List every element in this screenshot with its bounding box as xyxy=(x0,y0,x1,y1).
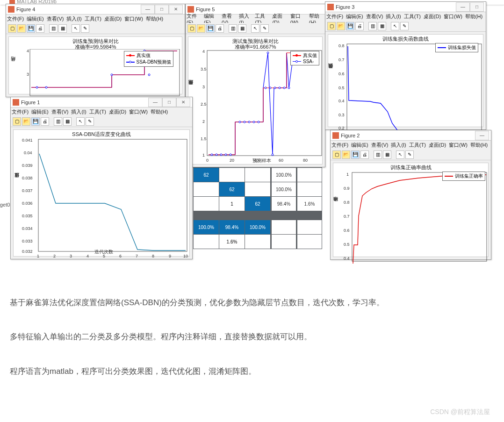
edit-plot-icon[interactable]: ✎ xyxy=(260,24,269,33)
figure-3-axes[interactable]: 训练集损失函数曲线 损失函数 0.80.70.60.50.40.30.2 训练集… xyxy=(328,34,483,127)
cm-cell: 98.4% xyxy=(271,197,296,211)
svg-text:0.039: 0.039 xyxy=(22,163,33,168)
open-figure-icon[interactable]: 📂 xyxy=(17,24,26,33)
legend[interactable]: 训练集损失值 xyxy=(435,43,478,52)
svg-text:0.033: 0.033 xyxy=(22,239,33,243)
svg-text:80: 80 xyxy=(303,158,308,163)
figure-menubar[interactable]: 文件(F)编辑(E)查看(V)插入(I)工具(T)桌面(D)窗口(W)帮助(H) xyxy=(11,107,192,116)
close-button[interactable]: ✕ xyxy=(169,5,183,14)
figure-5-axes[interactable]: 测试集预测结果对比 准确率=91.6667% 预测结果 43.532.521.5… xyxy=(188,36,323,165)
svg-text:0.7: 0.7 xyxy=(344,214,350,219)
svg-point-23 xyxy=(220,154,222,156)
svg-point-29 xyxy=(253,121,255,123)
print-icon[interactable]: 🖨 xyxy=(36,24,44,33)
arrow-icon[interactable]: ↖ xyxy=(251,24,259,33)
menu-edit[interactable]: 编辑(E) xyxy=(27,15,44,22)
figure-toolbar[interactable]: ▢📂💾🖨▥▦↖✎ xyxy=(331,149,491,160)
svg-rect-8 xyxy=(207,50,322,156)
new-figure-icon[interactable]: ▢ xyxy=(187,24,196,33)
svg-text:7: 7 xyxy=(136,254,138,258)
matlab-figure-icon xyxy=(13,99,19,106)
minimize-button[interactable]: — xyxy=(475,131,489,140)
svg-point-24 xyxy=(225,154,227,156)
figure-5-window[interactable]: Figure 5 文件(F)编辑(E)查看(V)插入(I)工具(T)桌面(D)窗… xyxy=(185,4,325,167)
menu-file[interactable]: 文件(F) xyxy=(7,15,24,22)
figure-menubar[interactable]: 文件(F)编辑(E)查看(V)插入(I)工具(T)桌面(D)窗口(W)帮助(H) xyxy=(325,12,486,21)
svg-text:0.036: 0.036 xyxy=(22,201,33,206)
description-paragraphs: 基于麻雀算法优化深度置信网络(SSA-DBN)的分类预测，优化参数为隐藏层节点数… xyxy=(10,291,491,383)
svg-rect-72 xyxy=(352,172,487,261)
svg-text:0.034: 0.034 xyxy=(22,226,33,231)
cm-cell xyxy=(194,197,219,211)
menu-tools[interactable]: 工具(T) xyxy=(85,15,101,22)
figure-1-titlebar[interactable]: Figure 1 — □ ✕ xyxy=(11,97,192,107)
figure-3-window[interactable]: Figure 3 — □ 文件(F)编辑(E)查看(V)插入(I)工具(T)桌面… xyxy=(325,1,486,130)
minimize-button[interactable]: — xyxy=(456,2,470,12)
edit-plot-icon[interactable]: ✎ xyxy=(81,24,89,33)
figure-toolbar[interactable]: ▢📂💾🖨▥▦↖✎ xyxy=(325,21,486,32)
svg-text:9: 9 xyxy=(169,254,171,258)
figure-menubar[interactable]: 文件(F)编辑(E)查看(V)插入(I)工具(T)桌面(D)窗口(W)帮助(H) xyxy=(331,141,491,149)
figure-toolbar[interactable]: ▢ 📂 💾 🖨 ▥ ▦ ↖ ✎ xyxy=(6,23,185,34)
confusion-matrix-colsum: 100.0% 98.4% 100.0% 1.6% xyxy=(193,220,322,249)
toggle-tool-icon[interactable]: ▥ xyxy=(229,24,237,33)
maximize-button[interactable]: □ xyxy=(470,2,484,12)
figure-1-axes[interactable]: SSA-DBN适应度变化曲线 适应度值 0.0410.040.0390.0380… xyxy=(13,129,190,257)
figure-toolbar[interactable]: ▢📂💾🖨▥▦↖✎ xyxy=(186,23,325,34)
print-icon[interactable]: 🖨 xyxy=(216,24,224,33)
menu-help[interactable]: 帮助(H) xyxy=(146,15,163,22)
maximize-button[interactable]: □ xyxy=(155,5,169,14)
figure-toolbar[interactable]: ▢📂💾🖨▥▦↖✎ xyxy=(11,116,192,127)
partial-text: get0 xyxy=(0,202,10,207)
minimize-button[interactable]: — xyxy=(141,5,155,14)
toggle-tool-icon[interactable]: ▥ xyxy=(49,24,58,33)
legend[interactable]: 真实值 SSA- xyxy=(290,51,319,65)
cm-cell xyxy=(194,182,219,196)
figure-5-title: Figure 5 xyxy=(196,7,215,12)
figure-1-window[interactable]: Figure 1 — □ ✕ 文件(F)编辑(E)查看(V)插入(I)工具(T)… xyxy=(10,97,193,259)
figure-3-title: Figure 3 xyxy=(336,4,354,10)
figure-2-title: Figure 2 xyxy=(341,133,360,138)
svg-text:2: 2 xyxy=(202,119,205,124)
cm-cell: 100.0% xyxy=(271,168,296,182)
svg-text:1: 1 xyxy=(37,254,39,258)
matlab-figure-icon xyxy=(327,4,334,10)
menu-window[interactable]: 窗口(W) xyxy=(124,15,143,22)
svg-text:4: 4 xyxy=(86,254,89,258)
new-figure-icon[interactable]: ▢ xyxy=(8,24,16,33)
toggle-tool-icon[interactable]: ▦ xyxy=(238,24,246,33)
minimize-button[interactable]: — xyxy=(148,98,162,107)
svg-text:0.041: 0.041 xyxy=(22,138,33,143)
figure-2-titlebar[interactable]: Figure 2 — xyxy=(331,130,491,141)
svg-point-34 xyxy=(279,87,281,89)
open-figure-icon[interactable]: 📂 xyxy=(197,24,205,33)
save-figure-icon[interactable]: 💾 xyxy=(27,24,35,33)
figure-4-titlebar[interactable]: Figure 4 — □ ✕ xyxy=(6,4,185,14)
menu-insert[interactable]: 插入(I) xyxy=(66,15,81,22)
svg-text:0.6: 0.6 xyxy=(338,72,345,76)
menu-desktop[interactable]: 桌面(D) xyxy=(104,15,122,22)
legend[interactable]: 真实值 SSA-DBN预测值 xyxy=(124,51,173,67)
legend[interactable]: 训练集正确率 xyxy=(442,172,485,181)
figure-2-window[interactable]: Figure 2 — 文件(F)编辑(E)查看(V)插入(I)工具(T)桌面(D… xyxy=(330,130,491,260)
menu-view[interactable]: 查看(V) xyxy=(47,15,64,22)
svg-text:0.037: 0.037 xyxy=(22,188,33,193)
svg-point-30 xyxy=(258,121,259,123)
svg-text:4: 4 xyxy=(202,49,205,54)
description-p1: 基于麻雀算法优化深度置信网络(SSA-DBN)的分类预测，优化参数为隐藏层节点数… xyxy=(10,291,491,314)
figure-menubar[interactable]: 文件(F)编辑(E)查看(V)插入(I)工具(T)桌面(D)窗口(W)帮助(H) xyxy=(186,14,325,23)
figure-4-window[interactable]: Figure 4 — □ ✕ 文件(F) 编辑(E) 查看(V) 插入(I) 工… xyxy=(6,4,185,97)
toggle-tool-icon[interactable]: ▦ xyxy=(58,24,67,33)
figure-2-axes[interactable]: 训练集正确率曲线 准确率 10.90.80.70.60.50.4 训练集正确率 xyxy=(333,163,489,257)
close-button[interactable]: ✕ xyxy=(176,98,190,107)
maximize-button[interactable]: □ xyxy=(162,98,176,107)
svg-point-22 xyxy=(216,154,217,156)
save-figure-icon[interactable]: 💾 xyxy=(206,24,215,33)
svg-point-33 xyxy=(274,87,276,89)
svg-text:0.4: 0.4 xyxy=(338,99,345,103)
arrow-icon[interactable]: ↖ xyxy=(72,24,80,33)
x-label: 预测样本 xyxy=(252,157,271,164)
figure-menubar[interactable]: 文件(F) 编辑(E) 查看(V) 插入(I) 工具(T) 桌面(D) 窗口(W… xyxy=(6,14,185,23)
figure-3-titlebar[interactable]: Figure 3 — □ xyxy=(325,2,486,12)
figure-4-axes[interactable]: 训练集预测结果对比 准确率=99.5984% 结果 43 真实值 SSA-DBN… xyxy=(8,36,182,94)
